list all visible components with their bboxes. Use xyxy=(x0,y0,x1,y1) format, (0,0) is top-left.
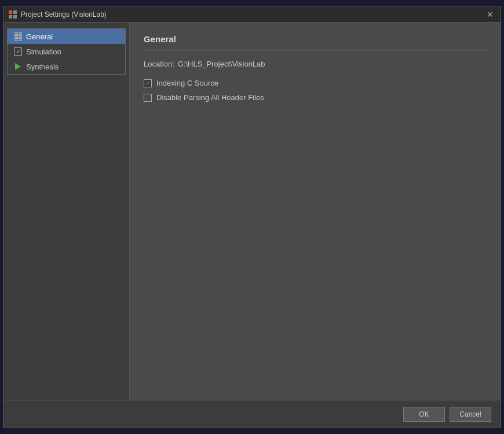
grid-icon xyxy=(13,32,23,41)
svg-rect-1 xyxy=(13,10,17,14)
cancel-button[interactable]: Cancel xyxy=(450,407,491,422)
disable-parsing-checkbox-row[interactable]: Disable Parsing All Header Files xyxy=(144,93,487,102)
main-content: General Location: G:\HLS_Project\VisionL… xyxy=(130,23,501,400)
title-bar: Project Settings (VisionLab) ✕ xyxy=(3,6,501,23)
title-bar-left: Project Settings (VisionLab) xyxy=(8,10,107,19)
sidebar: General Simulation Synthesis xyxy=(3,23,130,400)
section-title: General xyxy=(144,34,487,44)
svg-rect-0 xyxy=(9,10,12,14)
section-divider xyxy=(144,50,487,50)
window-title: Project Settings (VisionLab) xyxy=(21,10,107,19)
location-row: Location: G:\HLS_Project\VisionLab xyxy=(144,60,487,68)
dialog-footer: OK Cancel xyxy=(3,400,501,428)
sidebar-item-synthesis[interactable]: Synthesis xyxy=(8,59,125,74)
close-button[interactable]: ✕ xyxy=(484,9,496,20)
svg-rect-3 xyxy=(13,15,17,19)
indexing-checkbox-row[interactable]: Indexing C Source xyxy=(144,79,487,87)
sidebar-item-synthesis-label: Synthesis xyxy=(26,62,59,71)
settings-icon xyxy=(8,10,17,19)
location-value: G:\HLS_Project\VisionLab xyxy=(178,60,265,68)
sidebar-item-simulation[interactable]: Simulation xyxy=(8,44,125,59)
ok-button[interactable]: OK xyxy=(403,407,445,422)
sidebar-item-general[interactable]: General xyxy=(8,29,125,44)
disable-parsing-checkbox-label: Disable Parsing All Header Files xyxy=(156,93,264,102)
disable-parsing-checkbox[interactable] xyxy=(144,94,152,102)
sidebar-item-general-label: General xyxy=(26,32,53,41)
play-icon xyxy=(13,62,23,71)
svg-rect-2 xyxy=(9,15,12,19)
indexing-checkbox-label: Indexing C Source xyxy=(156,79,218,87)
dialog-window: Project Settings (VisionLab) ✕ General xyxy=(3,6,501,428)
checkbox-icon xyxy=(13,47,23,56)
sidebar-border: General Simulation Synthesis xyxy=(7,28,126,75)
indexing-checkbox[interactable] xyxy=(144,79,152,87)
dialog-body: General Simulation Synthesis xyxy=(3,23,501,400)
location-label: Location: xyxy=(144,60,174,68)
sidebar-item-simulation-label: Simulation xyxy=(26,47,61,56)
